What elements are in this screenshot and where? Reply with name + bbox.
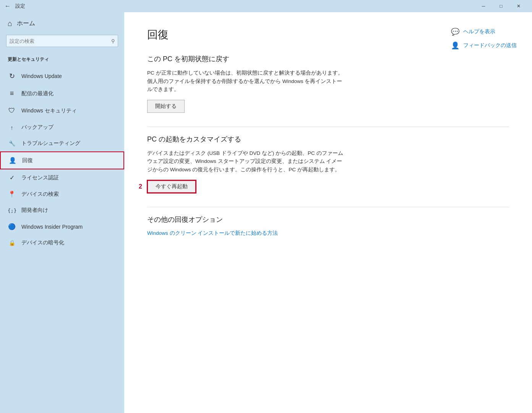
sidebar-item-windows-update[interactable]: ↻ Windows Update [0, 67, 124, 85]
feedback-link[interactable]: フィードバックの送信 [463, 42, 517, 49]
maximize-button[interactable]: □ [492, 0, 510, 12]
sidebar-label-delivery: 配信の最適化 [21, 90, 54, 97]
help-panel: 💬 ヘルプを表示 👤 フィードバックの送信 [451, 28, 517, 50]
sidebar-section-title: 更新とセキュリティ [0, 53, 124, 66]
sidebar-item-backup[interactable]: ↑ バックアップ [0, 119, 124, 135]
insider-icon: 🔵 [8, 223, 16, 230]
search-icon: ⚲ [111, 38, 115, 44]
section-reset-pc: この PC を初期状態に戻す PC が正常に動作していない場合は、初期状態に戻す… [147, 54, 509, 113]
minimize-button[interactable]: ─ [475, 0, 492, 12]
sidebar-label-windows-update: Windows Update [21, 73, 62, 79]
restart-button-wrapper: 2 今すぐ再起動 [147, 180, 196, 193]
window-controls: ─ □ ✕ [475, 0, 527, 12]
device-find-icon: 📍 [8, 190, 16, 198]
sidebar-label-security: Windows セキュリティ [21, 107, 77, 114]
annotation-badge-2: 2 [139, 183, 142, 190]
search-input[interactable] [6, 35, 118, 47]
start-button[interactable]: 開始する [147, 100, 185, 113]
section-other-options: その他の回復オプション Windows のクリーン インストールで新たに始める方… [147, 215, 509, 237]
help-item-help[interactable]: 💬 ヘルプを表示 [451, 28, 517, 36]
sidebar-item-device-find[interactable]: 📍 デバイスの検索 [0, 186, 124, 202]
titlebar-title: 設定 [15, 3, 475, 10]
divider-2 [147, 207, 509, 207]
sidebar-label-device-find: デバイスの検索 [21, 191, 59, 198]
restart-now-button[interactable]: 今すぐ再起動 [147, 180, 196, 193]
license-icon: ✓ [8, 174, 16, 181]
sidebar-label-license: ライセンス認証 [21, 174, 59, 181]
section-customize-startup: PC の起動をカスタマイズする デバイスまたはディスク (USB ドライブや D… [147, 135, 509, 193]
back-button[interactable]: ← [5, 3, 11, 10]
home-icon: ⌂ [8, 19, 12, 28]
section2-description: デバイスまたはディスク (USB ドライブや DVD など) からの起動、PC … [147, 149, 346, 174]
sidebar-item-home[interactable]: ⌂ ホーム [0, 12, 124, 35]
sidebar-item-troubleshoot[interactable]: 🔧 トラブルシューティング [0, 135, 124, 151]
help-icon: 💬 [451, 28, 459, 36]
sidebar-label-recovery: 回復 [22, 157, 33, 164]
section2-heading: PC の起動をカスタマイズする [147, 135, 509, 144]
encryption-icon: 🔒 [8, 240, 16, 246]
sidebar-item-insider[interactable]: 🔵 Windows Insider Program [0, 218, 124, 235]
section1-heading: この PC を初期状態に戻す [147, 54, 509, 63]
section1-description: PC が正常に動作していない場合は、初期状態に戻すと解決する場合があります。個人… [147, 69, 346, 94]
help-item-feedback[interactable]: 👤 フィードバックの送信 [451, 41, 517, 50]
main-layout: ⌂ ホーム ⚲ 更新とセキュリティ ↻ Windows Update ≡ 配信の… [0, 12, 532, 413]
divider-1 [147, 127, 509, 127]
recovery-icon: 👤 [8, 157, 17, 164]
security-icon: 🛡 [8, 107, 16, 115]
content-area: 💬 ヘルプを表示 👤 フィードバックの送信 回復 この PC を初期状態に戻す … [124, 12, 532, 413]
sidebar-label-encryption: デバイスの暗号化 [21, 239, 64, 246]
update-icon: ↻ [8, 72, 16, 80]
titlebar: ← 設定 ─ □ ✕ [0, 0, 532, 12]
close-button[interactable]: ✕ [510, 0, 527, 12]
search-box: ⚲ [6, 35, 118, 47]
clean-install-link[interactable]: Windows のクリーン インストールで新たに始める方法 [147, 230, 278, 236]
developer-icon: {;} [8, 208, 16, 213]
home-label: ホーム [17, 20, 35, 28]
troubleshoot-icon: 🔧 [8, 140, 16, 146]
sidebar-label-troubleshoot: トラブルシューティング [21, 140, 80, 147]
delivery-icon: ≡ [8, 89, 16, 98]
sidebar-item-license[interactable]: ✓ ライセンス認証 [0, 169, 124, 186]
backup-icon: ↑ [8, 124, 16, 131]
sidebar-item-developer[interactable]: {;} 開発者向け [0, 202, 124, 218]
sidebar-label-insider: Windows Insider Program [21, 224, 83, 230]
sidebar: ⌂ ホーム ⚲ 更新とセキュリティ ↻ Windows Update ≡ 配信の… [0, 12, 124, 413]
section3-heading: その他の回復オプション [147, 215, 509, 224]
sidebar-item-windows-security[interactable]: 🛡 Windows セキュリティ [0, 102, 124, 119]
sidebar-item-recovery[interactable]: 👤 回復 1 [0, 151, 124, 169]
sidebar-label-developer: 開発者向け [21, 207, 48, 214]
help-link[interactable]: ヘルプを表示 [463, 28, 495, 35]
sidebar-item-encryption[interactable]: 🔒 デバイスの暗号化 [0, 235, 124, 251]
sidebar-label-backup: バックアップ [21, 124, 54, 131]
sidebar-item-delivery-optimization[interactable]: ≡ 配信の最適化 [0, 85, 124, 102]
feedback-icon: 👤 [451, 41, 459, 50]
